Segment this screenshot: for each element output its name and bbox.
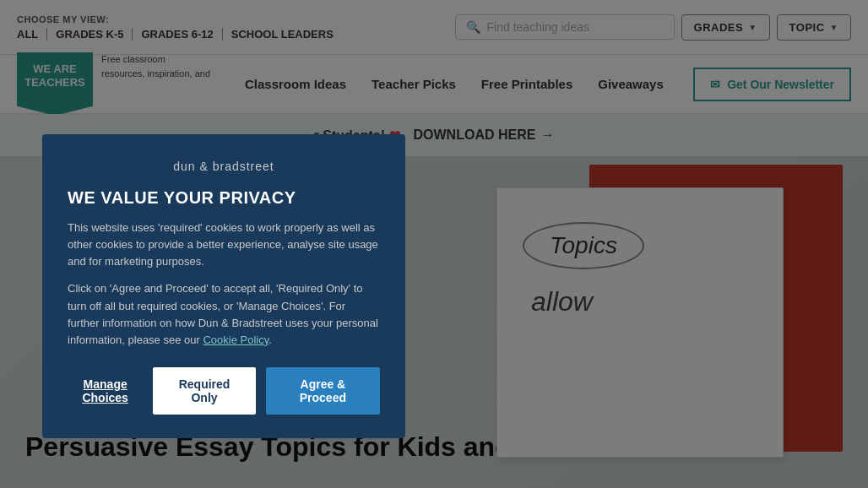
dnb-logo: dun & bradstreet bbox=[68, 160, 380, 173]
agree-proceed-button[interactable]: Agree & Proceed bbox=[266, 367, 380, 415]
privacy-body-2: Click on 'Agree and Proceed' to accept a… bbox=[68, 280, 380, 349]
privacy-overlay: dun & bradstreet WE VALUE YOUR PRIVACY T… bbox=[0, 0, 868, 488]
dnb-brand: dun & bradstreet bbox=[173, 160, 274, 173]
manage-choices-button[interactable]: Manage Choices bbox=[68, 377, 143, 404]
required-only-button[interactable]: Required Only bbox=[153, 367, 255, 415]
privacy-title: WE VALUE YOUR PRIVACY bbox=[68, 188, 380, 208]
privacy-body-1: This website uses 'required' cookies to … bbox=[68, 220, 380, 270]
cookie-policy-link[interactable]: Cookie Policy bbox=[203, 333, 269, 346]
privacy-modal: dun & bradstreet WE VALUE YOUR PRIVACY T… bbox=[42, 134, 405, 438]
modal-buttons: Manage Choices Required Only Agree & Pro… bbox=[68, 367, 380, 415]
